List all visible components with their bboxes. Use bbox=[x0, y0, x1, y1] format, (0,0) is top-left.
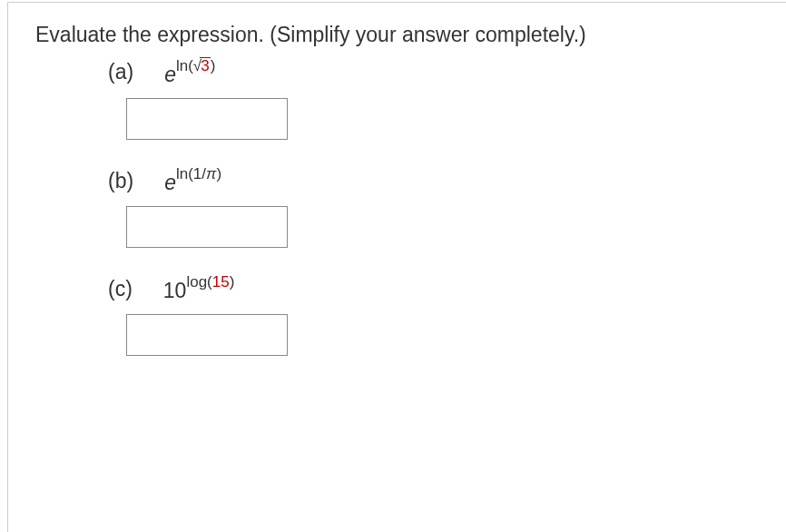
part-b-label: (b) bbox=[108, 169, 133, 193]
part-c-label: (c) bbox=[108, 277, 133, 301]
part-b-expression: eln(1/π) bbox=[164, 169, 221, 193]
question-container: Evaluate the expression. (Simplify your … bbox=[7, 2, 786, 532]
part-c-exponent: log(15) bbox=[186, 273, 234, 291]
log-arg: 15 bbox=[212, 273, 230, 291]
part-c-answer-input[interactable] bbox=[126, 314, 288, 356]
sqrt-icon: √3 bbox=[193, 57, 211, 75]
part-a: (a) eln(√3) bbox=[35, 60, 766, 140]
base-e: e bbox=[164, 63, 176, 86]
part-c-expression: 10log(15) bbox=[163, 277, 235, 301]
log-fn: log bbox=[186, 273, 207, 291]
part-a-label: (a) bbox=[108, 60, 133, 84]
base-e: e bbox=[164, 170, 176, 193]
part-c-row: (c) 10log(15) bbox=[35, 277, 766, 301]
rparen: ) bbox=[230, 273, 235, 291]
rparen: ) bbox=[216, 165, 221, 182]
part-b-answer-input[interactable] bbox=[126, 206, 288, 248]
sqrt-arg: 3 bbox=[200, 57, 210, 75]
base-10: 10 bbox=[163, 278, 187, 301]
ln-fn: ln bbox=[176, 165, 188, 182]
part-b-exponent: ln(1/π) bbox=[176, 165, 221, 182]
part-b-row: (b) eln(1/π) bbox=[35, 169, 766, 193]
pi-symbol: π bbox=[206, 165, 216, 182]
part-b: (b) eln(1/π) bbox=[35, 169, 766, 248]
part-c: (c) 10log(15) bbox=[35, 277, 766, 356]
ln-fn: ln bbox=[176, 57, 188, 74]
part-a-answer-input[interactable] bbox=[126, 98, 288, 140]
instruction-text: Evaluate the expression. (Simplify your … bbox=[35, 23, 766, 47]
part-a-exponent: ln(√3) bbox=[176, 57, 215, 74]
rparen: ) bbox=[211, 57, 216, 74]
part-a-row: (a) eln(√3) bbox=[35, 60, 766, 85]
fraction-text: 1/ bbox=[193, 165, 206, 182]
part-a-expression: eln(√3) bbox=[164, 60, 215, 85]
